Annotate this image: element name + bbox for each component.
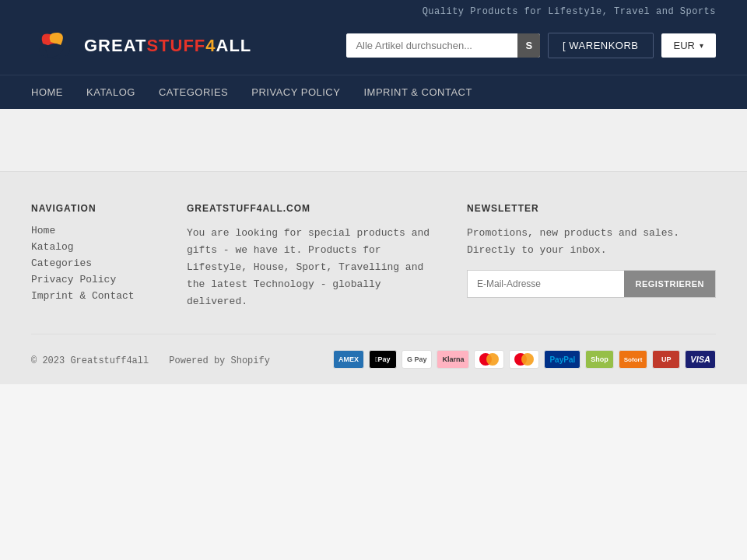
footer-about-col: GREATSTUFF4ALL.COM You are looking for s… xyxy=(187,203,436,310)
footer-about-text: You are looking for special products and… xyxy=(187,225,436,310)
footer-newsletter-col: NEWSLETTER Promotions, new products and … xyxy=(467,203,716,310)
copyright-text: © 2023 Greatstuff4all xyxy=(31,355,149,366)
footer-copyright-area: © 2023 Greatstuff4all Powered by Shopify xyxy=(31,352,270,366)
logo-wordmark: GREATSTUFF4ALL xyxy=(84,36,251,55)
search-box: S xyxy=(346,33,540,58)
payment-shopify-pay: Shop xyxy=(585,350,614,369)
header-main: GREATSTUFF4ALL S [ WARENKORB EUR xyxy=(31,20,716,75)
main-nav: HOME KATALOG CATEGORIES PRIVACY POLICY I… xyxy=(0,75,747,109)
powered-by: Powered by Shopify xyxy=(153,355,270,366)
footer-newsletter-title: NEWSLETTER xyxy=(467,203,716,214)
newsletter-input[interactable] xyxy=(468,271,624,297)
tagline: Quality Products for Lifestyle, Travel a… xyxy=(423,6,716,17)
footer-link-home[interactable]: Home xyxy=(31,225,156,236)
payment-apple-pay: Pay xyxy=(369,350,397,369)
nav-item-privacy[interactable]: PRIVACY POLICY xyxy=(251,75,340,109)
header-top: Quality Products for Lifestyle, Travel a… xyxy=(31,0,716,20)
footer-link-katalog[interactable]: Katalog xyxy=(31,241,156,253)
newsletter-button[interactable]: REGISTRIEREN xyxy=(624,271,715,297)
currency-button[interactable]: EUR xyxy=(661,33,716,58)
payment-icons: AMEX Pay G Pay Klarna Pay xyxy=(333,350,716,369)
newsletter-form: REGISTRIEREN xyxy=(467,270,716,298)
footer-nav-col: NAVIGATION Home Katalog Categories Priva… xyxy=(31,203,156,310)
nav-item-katalog[interactable]: KATALOG xyxy=(86,75,135,109)
footer-link-imprint[interactable]: Imprint & Contact xyxy=(31,290,156,302)
footer: NAVIGATION Home Katalog Categories Priva… xyxy=(0,171,747,384)
nav-item-categories[interactable]: CATEGORIES xyxy=(159,75,228,109)
payment-klarna: Klarna xyxy=(437,350,469,369)
footer-nav-title: NAVIGATION xyxy=(31,203,156,214)
logo[interactable]: GREATSTUFF4ALL xyxy=(31,28,251,63)
payment-amex: AMEX xyxy=(333,350,364,369)
cart-button[interactable]: [ WARENKORB xyxy=(548,33,653,58)
footer-about-title: GREATSTUFF4ALL.COM xyxy=(187,203,436,214)
header: Quality Products for Lifestyle, Travel a… xyxy=(0,0,747,75)
logo-icon xyxy=(31,28,78,63)
payment-unionpay: UP xyxy=(652,350,680,369)
footer-link-privacy[interactable]: Privacy Policy xyxy=(31,274,156,285)
header-controls: S [ WARENKORB EUR xyxy=(346,33,716,58)
footer-bottom: © 2023 Greatstuff4all Powered by Shopify… xyxy=(31,334,716,369)
footer-newsletter-text: Promotions, new products and sales. Dire… xyxy=(467,225,716,259)
payment-sofort: Sofort xyxy=(619,350,648,369)
search-button[interactable]: S xyxy=(517,33,540,58)
payment-paypal: PayPal xyxy=(544,350,580,369)
nav-item-home[interactable]: HOME xyxy=(31,75,63,109)
search-input[interactable] xyxy=(346,33,517,58)
nav-item-imprint[interactable]: IMPRINT & CONTACT xyxy=(363,75,472,109)
payment-mastercard xyxy=(509,350,539,369)
main-content xyxy=(0,109,747,171)
payment-maestro xyxy=(474,350,504,369)
footer-link-categories[interactable]: Categories xyxy=(31,257,156,269)
payment-visa: VISA xyxy=(685,350,716,369)
payment-google-pay: G Pay xyxy=(402,350,433,369)
nav-inner: HOME KATALOG CATEGORIES PRIVACY POLICY I… xyxy=(0,75,747,109)
logo-text-container: GREATSTUFF4ALL xyxy=(84,36,251,56)
footer-columns: NAVIGATION Home Katalog Categories Priva… xyxy=(31,203,716,310)
